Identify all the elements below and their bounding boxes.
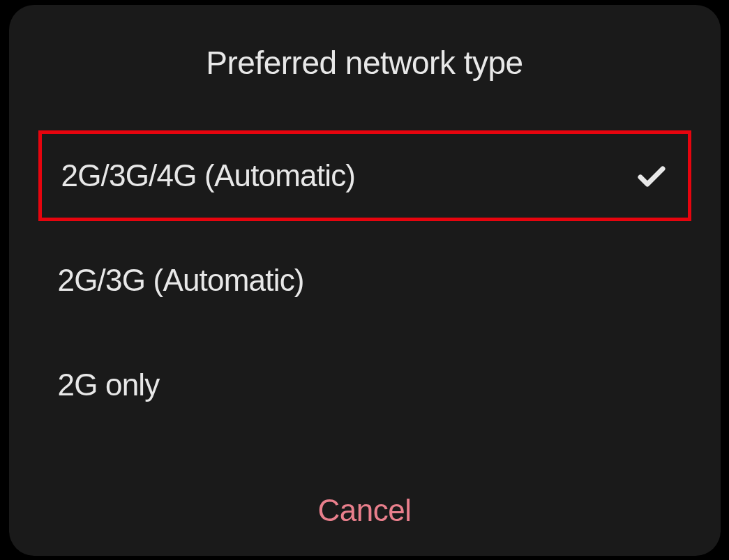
option-label: 2G/3G/4G (Automatic) — [61, 158, 356, 193]
option-2g-3g-4g-automatic[interactable]: 2G/3G/4G (Automatic) — [38, 130, 691, 221]
cancel-button[interactable]: Cancel — [9, 479, 721, 528]
option-label: 2G/3G (Automatic) — [58, 263, 304, 298]
option-2g-3g-automatic[interactable]: 2G/3G (Automatic) — [38, 235, 691, 326]
option-label: 2G only — [58, 368, 160, 402]
dialog-title: Preferred network type — [9, 44, 721, 82]
check-icon — [635, 159, 668, 192]
option-2g-only[interactable]: 2G only — [38, 340, 691, 430]
network-type-dialog: Preferred network type 2G/3G/4G (Automat… — [9, 5, 721, 556]
options-list: 2G/3G/4G (Automatic) 2G/3G (Automatic) 2… — [9, 130, 721, 479]
